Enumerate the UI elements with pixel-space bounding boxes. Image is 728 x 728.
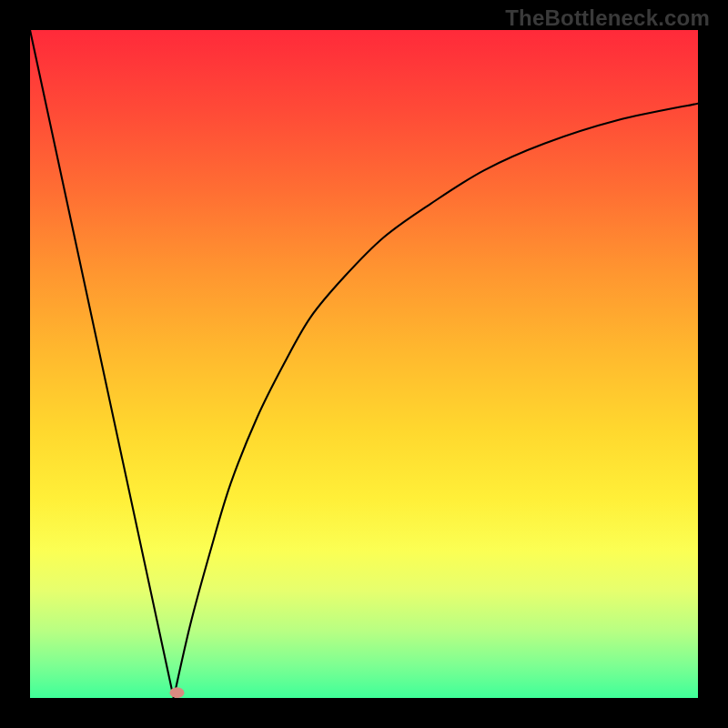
curve-layer — [30, 30, 698, 698]
plot-area — [30, 30, 698, 698]
minimum-marker — [169, 687, 184, 698]
watermark-text: TheBottleneck.com — [505, 5, 710, 31]
bottleneck-curve — [30, 30, 698, 698]
chart-frame: TheBottleneck.com — [0, 0, 728, 728]
